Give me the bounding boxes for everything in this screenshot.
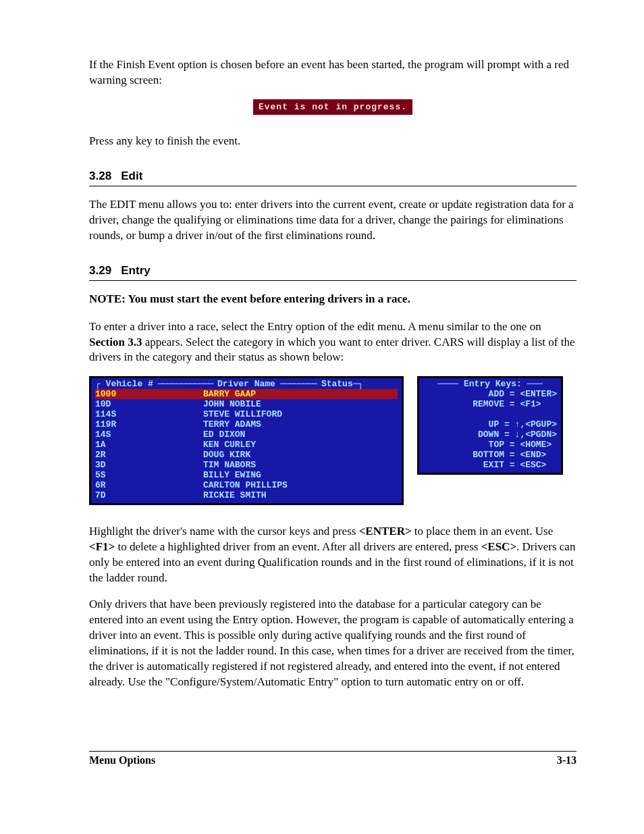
driver-name: CARLTON PHILLIPS <box>203 480 398 490</box>
vehicle-number: 1000 <box>95 389 203 399</box>
vehicle-number: 119R <box>95 419 203 429</box>
driver-row[interactable]: 114SSTEVE WILLIFORD <box>95 409 398 419</box>
driver-row[interactable]: 7DRICKIE SMITH <box>95 490 398 500</box>
driver-name: BARRY GAAP <box>203 389 398 399</box>
entry-key-line: ADD = <ENTER> <box>423 389 557 399</box>
driver-name: DOUG KIRK <box>203 450 398 460</box>
footer-rule <box>89 751 576 752</box>
footer-left: Menu Options <box>89 754 155 766</box>
driver-row[interactable]: 6RCARLTON PHILLIPS <box>95 480 398 490</box>
driver-name: JOHN NOBILE <box>203 399 398 409</box>
driver-name: STEVE WILLIFORD <box>203 409 398 419</box>
vehicle-number: 2R <box>95 450 203 460</box>
press-any-key: Press any key to finish the event. <box>89 134 576 149</box>
driver-row[interactable]: 14SED DIXON <box>95 429 398 440</box>
driver-row[interactable]: 2RDOUG KIRK <box>95 450 398 460</box>
driver-name: TIM NABORS <box>203 460 398 470</box>
driver-name: KEN CURLEY <box>203 440 398 450</box>
driver-list-header: ┌ Vehicle # ──────────── Driver Name ───… <box>95 379 398 389</box>
driver-name: ED DIXON <box>203 429 398 440</box>
entry-instructions: Highlight the driver's name with the cur… <box>89 524 576 586</box>
vehicle-number: 114S <box>95 409 203 419</box>
section-rule <box>89 186 576 186</box>
section-number: 3.28 <box>89 170 111 182</box>
vehicle-number: 3D <box>95 460 203 470</box>
driver-row[interactable]: 10DJOHN NOBILE <box>95 399 398 409</box>
entry-key-line: EXIT = <ESC> <box>423 460 557 470</box>
driver-row[interactable]: 3DTIM NABORS <box>95 460 398 470</box>
vehicle-number: 1A <box>95 440 203 450</box>
section-number: 3.29 <box>89 264 111 277</box>
entry-key-line: UP = ↑,<PGUP> <box>423 419 557 429</box>
section-rule <box>89 280 576 281</box>
entry-keys-terminal: ──── Entry Keys: ─── ADD = <ENTER>REMOVE… <box>417 376 563 475</box>
driver-row[interactable]: 5SBILLY EWING <box>95 470 398 480</box>
entry-key-line: REMOVE = <F1> <box>423 399 557 409</box>
vehicle-number: 7D <box>95 490 203 500</box>
driver-row[interactable]: 119RTERRY ADAMS <box>95 419 398 429</box>
entry-key-line: TOP = <HOME> <box>423 440 557 450</box>
warning-screenshot: Event is not in progress. <box>89 99 576 115</box>
driver-name: RICKIE SMITH <box>203 490 398 500</box>
edit-body: The EDIT menu allows you to: enter drive… <box>89 197 576 244</box>
driver-list-terminal: ┌ Vehicle # ──────────── Driver Name ───… <box>89 376 404 505</box>
warning-text: Event is not in progress. <box>253 99 412 115</box>
footer-right: 3-13 <box>557 754 576 766</box>
vehicle-number: 14S <box>95 429 203 440</box>
driver-row[interactable]: 1000BARRY GAAP <box>95 389 398 399</box>
vehicle-number: 5S <box>95 470 203 480</box>
intro-paragraph: If the Finish Event option is chosen bef… <box>89 57 576 88</box>
driver-name: BILLY EWING <box>203 470 398 480</box>
entry-keys-title: ──── Entry Keys: ─── <box>423 379 557 389</box>
entry-key-line: DOWN = ↓,<PGDN> <box>423 429 557 440</box>
entry-intro: To enter a driver into a race, select th… <box>89 319 576 366</box>
section-heading-edit: 3.28 Edit <box>89 170 576 183</box>
vehicle-number: 10D <box>95 399 203 409</box>
driver-name: TERRY ADAMS <box>203 419 398 429</box>
section-heading-entry: 3.29 Entry <box>89 264 576 278</box>
vehicle-number: 6R <box>95 480 203 490</box>
entry-key-line <box>423 409 557 419</box>
entry-note: NOTE: You must start the event before en… <box>89 292 576 307</box>
entry-registration-note: Only drivers that have been previously r… <box>89 597 576 690</box>
driver-row[interactable]: 1AKEN CURLEY <box>95 440 398 450</box>
section-title: Edit <box>121 170 142 182</box>
entry-key-line: BOTTOM = <END> <box>423 450 557 460</box>
section-title: Entry <box>121 264 150 277</box>
